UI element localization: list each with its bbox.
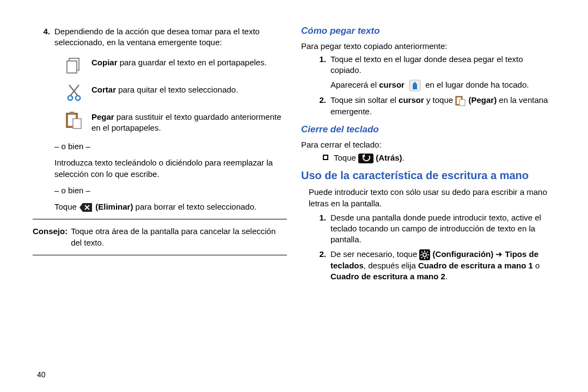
paste-option: Pegar para sustituir el texto guardado a… [64, 111, 287, 134]
svg-rect-8 [70, 112, 74, 114]
hand-step-2: 2. De ser necesario, toque (Configuració… [315, 249, 555, 283]
cut-option: Cortar para quitar el texto seleccionado… [64, 83, 287, 103]
heading-handwriting: Uso de la característica de escritura a … [301, 169, 555, 182]
type-replace-text: Introduzca texto tecleándolo o diciéndol… [54, 157, 287, 180]
paste-step-2: 2. Toque sin soltar el cursor y toque (P… [315, 95, 555, 117]
svg-rect-1 [67, 61, 77, 73]
handwriting-intro: Puede introducir texto con sólo usar su … [309, 187, 555, 209]
tip-text: Toque otra área de la pantalla para canc… [71, 226, 287, 248]
svg-rect-16 [358, 154, 373, 163]
close-intro: Para cerrar el teclado: [301, 139, 555, 150]
paste-text: Pegar para sustituir el texto guardado a… [91, 111, 287, 134]
tip-label: Consejo: [33, 226, 71, 248]
step-number: 4. [33, 26, 54, 48]
svg-line-4 [70, 85, 79, 96]
cursor-handle-icon [409, 79, 421, 91]
delete-key-icon [79, 203, 93, 212]
svg-rect-9 [73, 119, 81, 128]
hand-step-1: 1. Desde una pantalla donde puede introd… [315, 212, 555, 246]
copy-text: Copiar para guardar el texto en el porta… [91, 56, 287, 68]
close-step: Toque (Atrás). [323, 152, 555, 163]
cut-text: Cortar para quitar el texto seleccionado… [91, 83, 287, 95]
left-column: 4. Dependiendo de la acción que desea to… [33, 24, 287, 376]
square-bullet-icon [323, 155, 328, 160]
divider-top [33, 219, 287, 219]
clipboard-icon [64, 111, 84, 130]
right-column: Cómo pegar texto Para pegar texto copiad… [301, 24, 555, 376]
page-number: 40 [37, 370, 46, 380]
paste-step-1: 1. Toque el texto en el lugar donde dese… [315, 54, 555, 76]
svg-rect-15 [460, 100, 465, 106]
heading-paste: Cómo pegar texto [301, 25, 555, 38]
scissors-icon [64, 83, 84, 103]
divider-bottom [33, 255, 287, 255]
heading-close-keyboard: Cierre del teclado [301, 124, 555, 136]
gear-key-icon [419, 249, 430, 260]
svg-point-2 [68, 95, 72, 100]
paste-intro: Para pegar texto copiado anteriormente: [301, 41, 555, 52]
step-4: 4. Dependiendo de la acción que desea to… [33, 26, 287, 48]
or-separator-2: – o bien – [54, 185, 287, 196]
paste-step-1b: Aparecerá el cursor en el lugar donde ha… [330, 79, 555, 91]
copy-icon [64, 56, 84, 76]
tap-delete-text: Toque (Eliminar) para borrar el texto se… [54, 201, 287, 212]
or-separator-1: – o bien – [54, 141, 287, 152]
back-key-icon [358, 154, 373, 163]
paste-small-icon [455, 95, 466, 106]
step-text: Dependiendo de la acción que desea tomar… [54, 26, 287, 48]
copy-option: Copiar para guardar el texto en el porta… [64, 56, 287, 76]
svg-line-5 [69, 85, 78, 96]
svg-point-3 [76, 95, 80, 100]
tip-box: Consejo: Toque otra área de la pantalla … [33, 226, 287, 248]
